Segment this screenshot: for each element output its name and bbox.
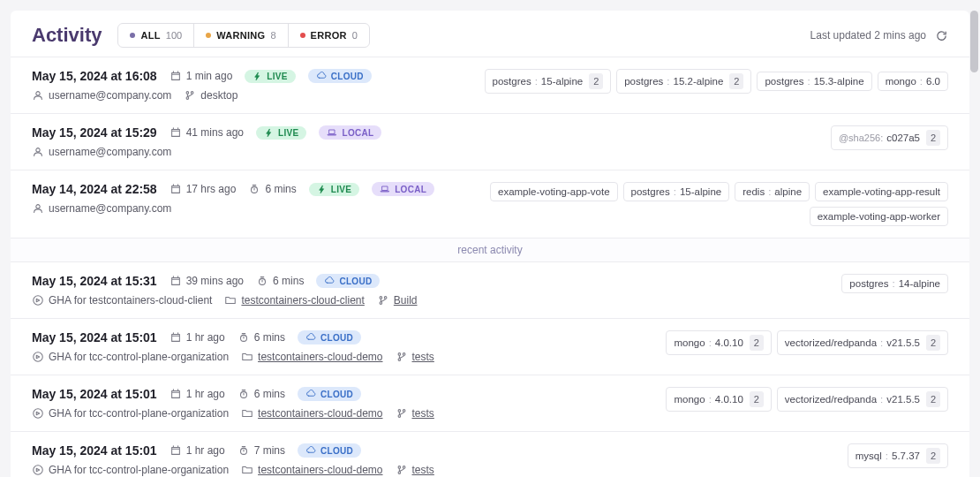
filter-pills: ALL 100 WARNING 8 ERROR 0 [117, 23, 369, 48]
scrollbar[interactable] [970, 11, 978, 72]
entry-timestamp: May 15, 2024 at 16:08 [32, 69, 157, 83]
relative-time: 1 hr ago [170, 444, 225, 457]
image-tag[interactable]: mysql:5.7.372 [848, 443, 948, 468]
image-tag[interactable]: mongo:6.0 [878, 72, 948, 91]
local-badge: LOCAL [372, 182, 434, 196]
repo-link[interactable]: testcontainers-cloud-demo [241, 407, 382, 420]
cloud-badge: CLOUD [308, 69, 372, 83]
gha-label: GHA for tcc-control-plane-organization [32, 351, 229, 363]
status-dot [130, 33, 135, 38]
image-tag[interactable]: example-voting-app-result [815, 182, 948, 201]
live-badge: LIVE [309, 183, 359, 196]
recent-list: May 15, 2024 at 15:3139 mins ago6 minsCL… [11, 261, 969, 477]
duration: 6 mins [237, 331, 285, 344]
header-left: Activity ALL 100 WARNING 8 ERROR 0 [32, 23, 370, 48]
status-dot [206, 33, 211, 38]
env-label: desktop [184, 89, 237, 102]
gha-label: GHA for testcontainers-cloud-client [32, 294, 212, 307]
filter-error[interactable]: ERROR 0 [289, 24, 369, 47]
branch-link[interactable]: tests [396, 464, 434, 476]
relative-time: 1 min ago [170, 70, 233, 82]
entry-timestamp: May 15, 2024 at 15:01 [32, 387, 157, 401]
user-label: username@company.com [32, 89, 171, 102]
duration: 6 mins [256, 275, 304, 287]
image-tag[interactable]: postgres:15-alpine2 [485, 69, 612, 94]
image-tag[interactable]: postgres:15-alpine [623, 182, 730, 201]
user-label: username@company.com [32, 146, 171, 158]
page-title: Activity [32, 24, 102, 47]
filter-all[interactable]: ALL 100 [118, 24, 194, 47]
cloud-badge: CLOUD [298, 443, 361, 458]
image-tag[interactable]: postgres:14-alpine [841, 274, 948, 293]
branch-link[interactable]: tests [396, 407, 434, 420]
duration: 6 mins [237, 388, 285, 400]
relative-time: 1 hr ago [170, 331, 225, 344]
relative-time: 17 hrs ago [170, 183, 237, 195]
tags-group: mysql:5.7.372 [848, 443, 948, 468]
entry-timestamp: May 15, 2024 at 15:31 [32, 274, 157, 288]
gha-label: GHA for tcc-control-plane-organization [32, 464, 229, 476]
relative-time: 39 mins ago [170, 275, 244, 287]
tags-group: example-voting-app-votepostgres:15-alpin… [454, 182, 948, 226]
image-tag[interactable]: @sha256:c027a52 [831, 125, 948, 150]
duration: 7 mins [237, 444, 285, 457]
tags-group: mongo:4.0.102vectorized/redpanda:v21.5.5… [666, 330, 948, 355]
tags-group: postgres:15-alpine2postgres:15.2-alpine2… [485, 69, 948, 94]
image-tag[interactable]: redis:alpine [735, 182, 810, 201]
last-updated-label: Last updated 2 mins ago [810, 29, 926, 42]
live-badge: LIVE [245, 70, 295, 83]
relative-time: 41 mins ago [170, 126, 244, 139]
cloud-badge: CLOUD [316, 274, 380, 288]
activity-entry[interactable]: May 14, 2024 at 22:5817 hrs ago6 minsLIV… [11, 170, 969, 238]
branch-link[interactable]: Build [377, 294, 418, 307]
refresh-icon[interactable] [935, 29, 948, 42]
activity-entry[interactable]: May 15, 2024 at 15:011 hr ago6 minsCLOUD… [11, 375, 969, 431]
cloud-badge: CLOUD [298, 330, 361, 344]
image-tag[interactable]: postgres:15.3-alpine [757, 72, 871, 91]
tags-group: @sha256:c027a52 [831, 125, 948, 150]
image-tag[interactable]: mongo:4.0.102 [666, 330, 771, 355]
activity-entry[interactable]: May 15, 2024 at 15:3139 mins ago6 minsCL… [11, 261, 969, 318]
image-tag[interactable]: vectorized/redpanda:v21.5.52 [777, 387, 948, 412]
branch-link[interactable]: tests [396, 351, 434, 363]
activity-entry[interactable]: May 15, 2024 at 15:2941 mins agoLIVELOCA… [11, 113, 969, 170]
relative-time: 1 hr ago [170, 388, 225, 400]
repo-link[interactable]: testcontainers-cloud-client [224, 294, 364, 307]
image-tag[interactable]: example-voting-app-vote [490, 182, 618, 201]
gha-label: GHA for tcc-control-plane-organization [32, 407, 229, 420]
status-dot [300, 33, 305, 38]
repo-link[interactable]: testcontainers-cloud-demo [241, 351, 382, 363]
entry-timestamp: May 15, 2024 at 15:29 [32, 125, 157, 140]
cloud-badge: CLOUD [298, 387, 361, 401]
header-right: Last updated 2 mins ago [810, 29, 948, 42]
entry-timestamp: May 15, 2024 at 15:01 [32, 443, 157, 458]
activity-entry[interactable]: May 15, 2024 at 15:011 hr ago6 minsCLOUD… [11, 318, 969, 375]
image-tag[interactable]: vectorized/redpanda:v21.5.52 [777, 330, 948, 355]
entry-timestamp: May 15, 2024 at 15:01 [32, 330, 157, 344]
user-label: username@company.com [32, 202, 171, 215]
activity-entry[interactable]: May 15, 2024 at 15:011 hr ago7 minsCLOUD… [11, 431, 969, 477]
live-badge: LIVE [256, 126, 306, 140]
image-tag[interactable]: mongo:4.0.102 [666, 387, 771, 412]
image-tag[interactable]: postgres:15.2-alpine2 [616, 69, 751, 94]
header: Activity ALL 100 WARNING 8 ERROR 0 Last … [11, 11, 969, 57]
image-tag[interactable]: example-voting-app-worker [810, 207, 948, 226]
repo-link[interactable]: testcontainers-cloud-demo [241, 464, 382, 476]
duration: 6 mins [248, 183, 296, 195]
activity-panel: Activity ALL 100 WARNING 8 ERROR 0 Last … [11, 11, 969, 477]
entries-list: May 15, 2024 at 16:081 min agoLIVECLOUD … [11, 57, 969, 238]
entry-timestamp: May 14, 2024 at 22:58 [32, 182, 157, 196]
local-badge: LOCAL [319, 125, 381, 140]
tags-group: mongo:4.0.102vectorized/redpanda:v21.5.5… [666, 387, 948, 412]
tags-group: postgres:14-alpine [841, 274, 948, 293]
activity-entry[interactable]: May 15, 2024 at 16:081 min agoLIVECLOUD … [11, 57, 969, 113]
filter-warning[interactable]: WARNING 8 [194, 24, 288, 47]
recent-divider: recent activity [11, 238, 969, 261]
